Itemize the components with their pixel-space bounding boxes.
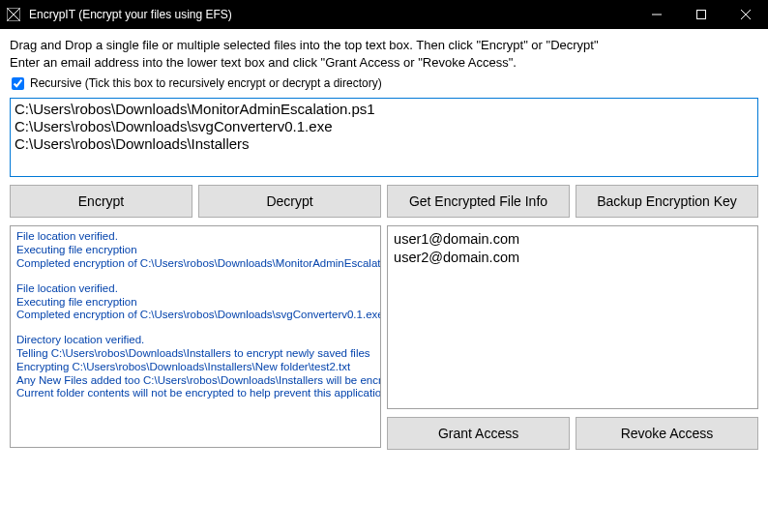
backup-key-button[interactable]: Backup Encryption Key (576, 185, 758, 218)
app-body: Drag and Drop a single file or multiple … (0, 29, 768, 459)
lower-panels: File location verified.Executing file en… (10, 225, 758, 450)
log-line: File location verified. (16, 282, 374, 296)
window-controls (635, 0, 768, 29)
email-line: user1@domain.com (394, 230, 752, 248)
file-line: C:\Users\robos\Downloads\Installers (15, 135, 753, 153)
log-line: Executing file encryption (16, 244, 374, 257)
log-line: Current folder contents will not be encr… (16, 387, 374, 400)
minimize-button[interactable] (635, 0, 679, 29)
log-line: Completed encryption of C:\Users\robos\D… (16, 257, 374, 271)
main-buttons: Encrypt Decrypt Get Encrypted File Info … (10, 185, 758, 218)
log-line: Encrypting C:\Users\robos\Downloads\Inst… (16, 361, 374, 374)
log-line: Any New Files added too C:\Users\robos\D… (16, 374, 374, 388)
maximize-button[interactable] (679, 0, 724, 29)
recursive-checkbox[interactable] (12, 77, 24, 90)
titlebar: EncrypIT (Encrypt your files using EFS) (0, 0, 768, 29)
grant-access-button[interactable]: Grant Access (387, 417, 570, 450)
log-panel[interactable]: File location verified.Executing file en… (10, 225, 381, 448)
file-line: C:\Users\robos\Downloads\svgConverterv0.… (15, 118, 753, 135)
app-icon (6, 7, 21, 22)
window-title: EncrypIT (Encrypt your files using EFS) (29, 8, 635, 21)
svg-rect-1 (697, 11, 706, 19)
emails-textbox[interactable]: user1@domain.comuser2@domain.com (387, 225, 758, 409)
right-column: user1@domain.comuser2@domain.com Grant A… (387, 225, 758, 450)
log-line: Completed encryption of C:\Users\robos\D… (16, 309, 374, 322)
instructions-line2: Enter an email address into the lower te… (10, 54, 758, 72)
encrypt-button[interactable]: Encrypt (10, 185, 192, 218)
email-line: user2@domain.com (394, 249, 752, 266)
file-line: C:\Users\robos\Downloads\MonitorAdminEsc… (15, 101, 753, 118)
log-line: Executing file encryption (16, 296, 374, 310)
decrypt-button[interactable]: Decrypt (198, 185, 381, 218)
log-line: Directory location verified. (16, 334, 374, 347)
get-info-button[interactable]: Get Encrypted File Info (387, 185, 570, 218)
revoke-access-button[interactable]: Revoke Access (576, 417, 758, 450)
recursive-label: Recursive (Tick this box to recursively … (30, 76, 382, 90)
log-line: File location verified. (16, 230, 374, 244)
close-button[interactable] (724, 0, 768, 29)
recursive-row[interactable]: Recursive (Tick this box to recursively … (10, 76, 758, 90)
files-textbox[interactable]: C:\Users\robos\Downloads\MonitorAdminEsc… (10, 98, 758, 177)
instructions: Drag and Drop a single file or multiple … (10, 37, 758, 71)
access-buttons: Grant Access Revoke Access (387, 417, 758, 450)
log-line: Telling C:\Users\robos\Downloads\Install… (16, 347, 374, 361)
instructions-line1: Drag and Drop a single file or multiple … (10, 37, 758, 54)
